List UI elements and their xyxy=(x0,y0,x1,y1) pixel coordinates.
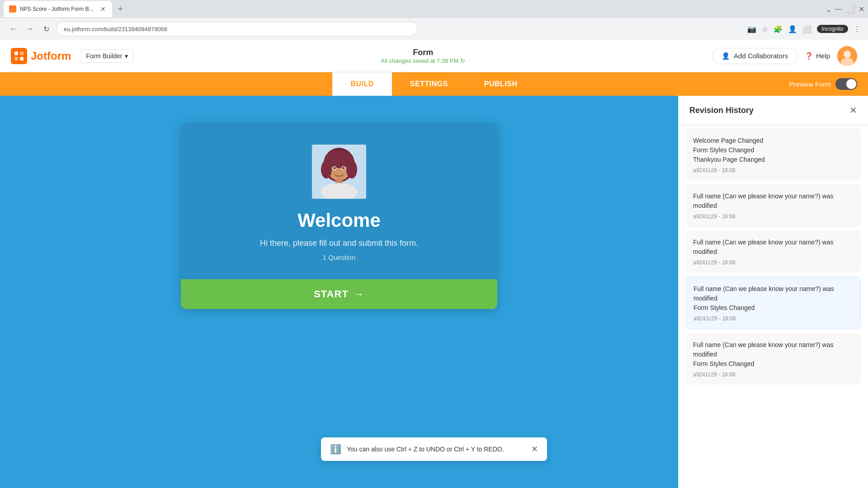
toast-text: You can also use Ctrl + Z to UNDO or Ctr… xyxy=(347,446,526,453)
revision-meta: a9241c29 - 18:08 xyxy=(693,315,853,322)
form-title: Form xyxy=(134,48,712,57)
tab-close-button[interactable]: ✕ xyxy=(99,5,107,13)
back-button[interactable]: ← xyxy=(7,23,20,35)
active-tab[interactable]: NPS Score - Jotform Form Builde... ✕ xyxy=(4,1,112,17)
camera-off-icon: 📷 xyxy=(747,25,756,33)
revision-meta: a9241c29 - 18:08 xyxy=(693,371,854,378)
tab-build[interactable]: BUILD xyxy=(332,72,392,96)
refresh-small-icon: ↻ xyxy=(460,57,465,64)
add-collaborators-label: Add Collaborators xyxy=(734,52,788,60)
form-canvas: Welcome Hi there, please fill out and su… xyxy=(0,96,678,488)
revision-history-panel: Revision History ✕ Welcome Page ChangedF… xyxy=(678,96,868,488)
form-builder-button[interactable]: Form Builder ▾ xyxy=(80,49,134,63)
saved-text: All changes saved at 7:39 PM xyxy=(381,57,458,64)
revision-list: Welcome Page ChangedForm Styles ChangedT… xyxy=(679,125,868,488)
svg-rect-4 xyxy=(20,57,24,61)
logo-text: Jotform xyxy=(31,50,71,62)
revision-meta: a9241c29 - 18:08 xyxy=(693,259,854,266)
revision-close-button[interactable]: ✕ xyxy=(849,105,857,116)
tab-settings-label: SETTINGS xyxy=(410,80,448,88)
toggle-thumb xyxy=(846,79,856,89)
tab-title: NPS Score - Jotform Form Builde... xyxy=(20,6,96,12)
revision-item[interactable]: Full name (Can we please know your name?… xyxy=(686,333,861,385)
form-card-body: Welcome Hi there, please fill out and su… xyxy=(181,123,497,279)
start-arrow-icon: → xyxy=(354,288,364,300)
header-right: 👤 Add Collaborators ❓ Help xyxy=(712,46,857,66)
revision-change-text: Full name (Can we please know your name?… xyxy=(693,238,854,257)
form-avatar xyxy=(312,145,366,199)
address-bar-right: 📷 ☆ 🧩 👤 ⬜ Incognito ⋮ xyxy=(747,25,861,33)
incognito-button[interactable]: Incognito xyxy=(817,25,848,33)
question-count: 1 Question xyxy=(323,253,356,261)
svg-rect-1 xyxy=(14,52,18,55)
help-icon: ❓ xyxy=(805,52,813,60)
help-button[interactable]: ❓ Help xyxy=(805,52,830,60)
jotform-logo-icon xyxy=(11,48,27,64)
svg-rect-3 xyxy=(14,57,18,61)
preview-form-toggle-container: Preview Form xyxy=(789,78,857,90)
person-add-icon: 👤 xyxy=(722,52,730,60)
svg-point-19 xyxy=(334,167,336,169)
revision-meta: a9241c29 - 18:08 xyxy=(693,167,854,174)
form-subtitle: Hi there, please fill out and submit thi… xyxy=(260,239,418,248)
url-bar[interactable]: eu.jotform.com/build/231394094879066 xyxy=(56,22,418,36)
svg-point-20 xyxy=(343,167,345,169)
tab-publish[interactable]: PUBLISH xyxy=(466,72,536,96)
header-center: Form All changes saved at 7:39 PM ↻ xyxy=(134,48,712,64)
revision-item-selected[interactable]: Full name (Can we please know your name?… xyxy=(686,277,861,329)
save-status: All changes saved at 7:39 PM ↻ xyxy=(134,57,712,64)
preview-form-toggle[interactable] xyxy=(835,78,857,90)
svg-rect-2 xyxy=(20,52,24,55)
revision-title: Revision History xyxy=(689,106,754,115)
revision-meta: a9241c29 - 18:08 xyxy=(693,213,854,220)
start-label: START xyxy=(314,288,349,300)
revision-header: Revision History ✕ xyxy=(679,96,868,125)
toast-close-button[interactable]: ✕ xyxy=(531,444,538,454)
revision-item[interactable]: Welcome Page ChangedForm Styles ChangedT… xyxy=(686,129,861,181)
address-bar: ← → ↻ eu.jotform.com/build/2313940948790… xyxy=(0,18,868,40)
profile-icon[interactable]: 👤 xyxy=(788,25,797,33)
sidebar-icon[interactable]: ⬜ xyxy=(802,25,811,33)
tab-favicon xyxy=(9,5,16,13)
tab-restore-icon[interactable]: ⬜ xyxy=(846,5,855,14)
toast-notification: ℹ️ You can also use Ctrl + Z to UNDO or … xyxy=(321,437,547,461)
tab-controls: ⌄ — ⬜ ✕ xyxy=(826,5,864,14)
main-content: Welcome Hi there, please fill out and su… xyxy=(0,96,868,488)
form-builder-label: Form Builder xyxy=(86,52,122,60)
forward-button[interactable]: → xyxy=(24,23,36,35)
tab-settings[interactable]: SETTINGS xyxy=(392,72,466,96)
avatar-image xyxy=(837,46,857,66)
form-card: Welcome Hi there, please fill out and su… xyxy=(181,123,497,309)
avatar-illustration xyxy=(312,145,366,199)
tab-minimize-window-icon[interactable]: — xyxy=(835,5,842,14)
revision-change-text: Welcome Page ChangedForm Styles ChangedT… xyxy=(693,136,854,164)
revision-change-text: Full name (Can we please know your name?… xyxy=(693,192,854,211)
menu-icon[interactable]: ⋮ xyxy=(854,25,861,33)
form-builder-chevron-icon: ▾ xyxy=(125,52,128,60)
tab-publish-label: PUBLISH xyxy=(484,80,518,88)
revision-item[interactable]: Full name (Can we please know your name?… xyxy=(686,230,861,273)
revision-change-text: Full name (Can we please know your name?… xyxy=(693,284,853,313)
preview-form-label: Preview Form xyxy=(789,80,831,88)
help-label: Help xyxy=(816,52,830,60)
add-collaborators-button[interactable]: 👤 Add Collaborators xyxy=(712,48,797,64)
toast-info-icon: ℹ️ xyxy=(330,444,341,455)
tab-minimize-icon[interactable]: ⌄ xyxy=(826,5,831,14)
url-text: eu.jotform.com/build/231394094879066 xyxy=(64,26,167,33)
avatar[interactable] xyxy=(837,46,857,66)
revision-item[interactable]: Full name (Can we please know your name?… xyxy=(686,184,861,227)
extensions-icon[interactable]: 🧩 xyxy=(774,25,783,33)
new-tab-button[interactable]: + xyxy=(114,3,127,15)
revision-change-text: Full name (Can we please know your name?… xyxy=(693,340,854,369)
refresh-button[interactable]: ↻ xyxy=(40,23,52,35)
logo[interactable]: Jotform xyxy=(11,48,71,64)
bookmark-icon[interactable]: ☆ xyxy=(762,25,768,33)
start-button[interactable]: START → xyxy=(181,279,497,309)
svg-rect-0 xyxy=(11,48,27,64)
tab-navigation: BUILD SETTINGS PUBLISH Preview Form xyxy=(0,72,868,96)
tab-close-window-icon[interactable]: ✕ xyxy=(859,5,864,14)
svg-point-14 xyxy=(346,160,357,178)
app-header: Jotform Form Builder ▾ Form All changes … xyxy=(0,40,868,72)
tab-build-label: BUILD xyxy=(350,80,373,88)
welcome-title: Welcome xyxy=(297,210,381,231)
